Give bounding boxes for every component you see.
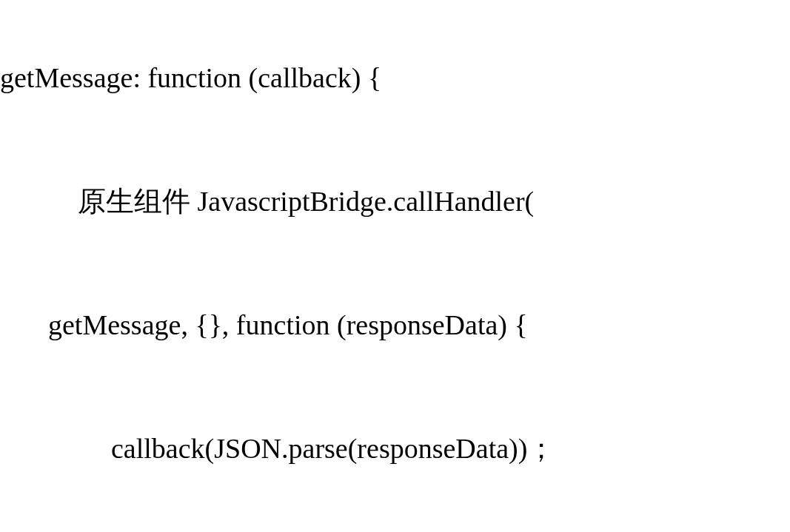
code-line-4: callback(JSON.parse(responseData))；	[0, 434, 790, 462]
code-line-2: 原生组件 JavascriptBridge.callHandler(	[0, 187, 790, 215]
code-snippet: getMessage: function (callback) { 原生组件 J…	[0, 7, 790, 532]
code-line-3: getMessage, {}, function (responseData) …	[0, 311, 790, 339]
code-line-1: getMessage: function (callback) {	[0, 64, 790, 92]
